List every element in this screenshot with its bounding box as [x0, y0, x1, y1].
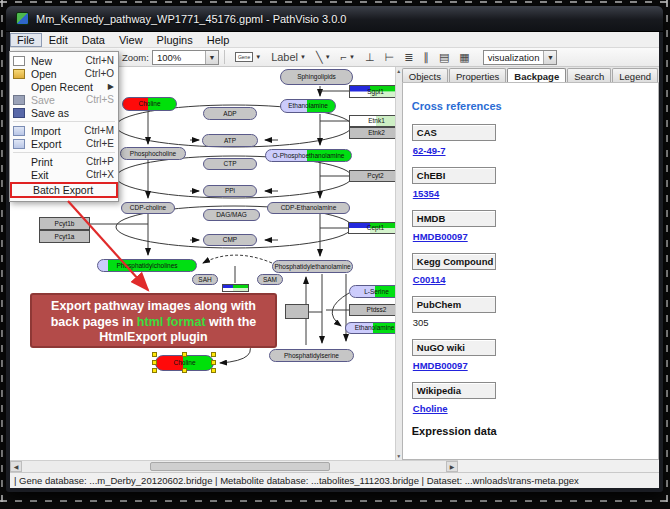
selection-handle[interactable] [182, 368, 187, 373]
scroll-up-icon[interactable]: ▲ [396, 68, 401, 74]
selection-handle[interactable] [152, 352, 157, 357]
pathway-node-pcyt1a[interactable]: Pcyt1a [39, 230, 90, 243]
pathway-node[interactable] [222, 284, 249, 292]
menubar-item-plugins[interactable]: Plugins [150, 33, 200, 47]
pathway-node-ethanolamine[interactable]: Ethanolamine [345, 322, 395, 334]
pathway-node-choline[interactable]: Choline [122, 97, 177, 111]
tab-backpage[interactable]: Backpage [507, 68, 566, 82]
file-menu-item-print[interactable]: PrintCtrl+P [10, 155, 118, 168]
align-center-icon[interactable]: ⊥ [361, 49, 379, 65]
pathway-node-cmp[interactable]: CMP [203, 234, 257, 246]
gene-datanode-button[interactable]: Gene▼ [231, 49, 265, 65]
pathway-node-phosphocholine[interactable]: Phosphocholine [120, 147, 186, 160]
pathway-node-etnk2[interactable]: Etnk2 [349, 127, 395, 139]
tab-legend[interactable]: Legend [612, 68, 658, 82]
menubar-item-data[interactable]: Data [75, 33, 112, 47]
pathway-node-cept1[interactable]: Cept1 [348, 222, 395, 234]
file-menu-item-save-as[interactable]: Save as [10, 106, 118, 119]
menubar-item-view[interactable]: View [112, 33, 150, 47]
xref-link[interactable]: 15354 [413, 188, 439, 199]
xref-link[interactable]: C00114 [413, 274, 446, 285]
pathway-node-l-serine[interactable]: L-Serine [349, 285, 395, 298]
pathway-node-sphingolipids[interactable]: Sphingolipids [280, 69, 353, 85]
pathway-node-cdp-choline[interactable]: CDP-choline [121, 202, 175, 214]
distribute-horizontal-icon-glyph: ∥ [423, 50, 429, 64]
chevron-down-icon[interactable]: ▼ [349, 54, 355, 60]
selection-handle[interactable] [152, 368, 157, 373]
scroll-down-icon[interactable]: ▼ [396, 453, 401, 459]
align-middle-icon[interactable]: ⊢ [381, 49, 399, 65]
chevron-down-icon[interactable]: ▼ [543, 51, 556, 64]
menu-item-label: Open Recent [31, 81, 108, 93]
title-bar[interactable]: Mm_Kennedy_pathway_WP1771_45176.gpml - P… [6, 6, 663, 32]
xref-link[interactable]: 62-49-7 [413, 145, 446, 156]
scrollbar-thumb[interactable] [150, 462, 330, 471]
chevron-down-icon[interactable]: ▼ [325, 54, 331, 60]
connector-tool-button[interactable]: ⌐▼ [337, 49, 359, 65]
selection-handle[interactable] [182, 352, 187, 357]
menubar-item-file[interactable]: File [10, 33, 42, 47]
side-panel: ObjectsPropertiesBackpageSearchLegend Cr… [402, 67, 659, 460]
label-tool-button[interactable]: Label▼ [267, 49, 310, 65]
xref-db-header: NuGO wiki [412, 339, 496, 356]
file-menu-item-open[interactable]: OpenCtrl+O [10, 67, 118, 80]
selection-handle[interactable] [211, 360, 216, 365]
horizontal-scrollbar[interactable]: ◀ ▶ [10, 460, 458, 472]
pathway-node-phosphatidylserine[interactable]: Phosphatidylserine [269, 349, 354, 362]
file-menu-item-new[interactable]: NewCtrl+N [10, 54, 118, 67]
file-menu-item-open-recent[interactable]: Open Recent▶ [10, 80, 118, 93]
pathway-node-phosphatidylethanolamine[interactable]: Phosphatidylethanolamine [272, 260, 353, 273]
scroll-left-icon[interactable]: ◀ [10, 461, 22, 472]
pathway-node[interactable] [285, 304, 309, 319]
pathway-node-etnk1[interactable]: Etnk1 [349, 115, 395, 127]
stack-icon[interactable]: ▦ [455, 49, 473, 65]
line-tool-button[interactable]: ╲▼ [312, 49, 335, 65]
pathway-node-atp[interactable]: ATP [202, 134, 258, 147]
menubar-item-help[interactable]: Help [200, 33, 237, 47]
pathway-node-phosphatidylcholines[interactable]: Phosphatidylcholines [97, 259, 197, 272]
visualization-combobox[interactable]: visualization ▼ [483, 50, 558, 65]
xref-link[interactable]: HMDB00097 [413, 231, 468, 242]
tab-search[interactable]: Search [567, 68, 611, 82]
slide-border-right [666, 0, 668, 509]
file-menu-item-import[interactable]: ImportCtrl+M [10, 124, 118, 137]
pathway-node-cdp-ethanolamine[interactable]: CDP-Ethanolamine [267, 202, 350, 214]
xref-link[interactable]: Choline [413, 403, 448, 414]
common-size-icon-glyph: ▤ [439, 50, 449, 64]
pathway-node-pcyt1b[interactable]: Pcyt1b [39, 217, 90, 230]
pathway-node-sgpl1[interactable]: Sgpl1 [349, 85, 395, 98]
zoom-combobox[interactable]: 100% ▼ [152, 50, 219, 65]
selection-handle[interactable] [211, 352, 216, 357]
pathway-node-ptdss2[interactable]: Ptdss2 [349, 304, 395, 316]
file-menu-item-exit[interactable]: ExitCtrl+X [10, 168, 118, 181]
distribute-vertical-icon[interactable]: ≣ [400, 49, 417, 65]
file-menu-item-batch-export[interactable]: Batch Export [10, 182, 118, 198]
menu-separator [13, 152, 115, 153]
chevron-down-icon[interactable]: ▼ [300, 54, 306, 60]
scroll-right-icon[interactable]: ▶ [446, 461, 458, 472]
menubar-item-edit[interactable]: Edit [42, 33, 75, 47]
no-icon [13, 170, 25, 180]
pathway-node-sam[interactable]: SAM [257, 274, 283, 285]
pathway-node-ethanolamine[interactable]: Ethanolamine [280, 99, 336, 113]
vertical-scrollbar[interactable]: ▲ ▼ [395, 67, 402, 460]
chevron-down-icon[interactable]: ▼ [255, 54, 261, 60]
file-menu-item-save[interactable]: SaveCtrl+S [10, 93, 118, 106]
file-menu-item-export[interactable]: ExportCtrl+E [10, 137, 118, 150]
pathway-node-ctp[interactable]: CTP [203, 158, 257, 170]
distribute-horizontal-icon[interactable]: ∥ [419, 49, 433, 65]
pathway-node-adp[interactable]: ADP [203, 107, 257, 120]
pathway-node-dag-mag[interactable]: DAG/MAG [203, 209, 260, 221]
pathway-node-o-phosphoethanolamine[interactable]: O-Phosphoethanolamine [265, 149, 352, 162]
pathway-node-sah[interactable]: SAH [192, 274, 218, 285]
xref-link[interactable]: HMDB00097 [413, 360, 468, 371]
pathway-node-pcyt2[interactable]: Pcyt2 [349, 170, 395, 182]
new-file-icon [13, 56, 25, 66]
common-size-icon[interactable]: ▤ [435, 49, 453, 65]
tab-objects[interactable]: Objects [402, 68, 448, 82]
selection-handle[interactable] [211, 368, 216, 373]
chevron-down-icon[interactable]: ▼ [205, 51, 218, 64]
tab-properties[interactable]: Properties [449, 68, 506, 82]
selection-handle[interactable] [152, 360, 157, 365]
pathway-node-ppi[interactable]: PPi [203, 185, 257, 197]
